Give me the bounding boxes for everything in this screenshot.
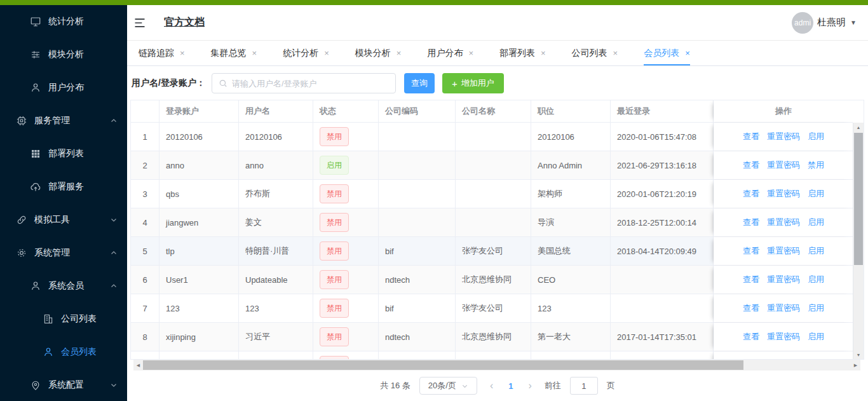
action-link-查看[interactable]: 查看 bbox=[743, 131, 759, 142]
cell-text: tlp bbox=[166, 247, 175, 256]
sidebar-item-服务管理[interactable]: 服务管理 bbox=[0, 104, 127, 137]
table-row: 3qbs乔布斯禁用架构师2020-01-06T21:20:19查看重置密码启用 bbox=[131, 180, 853, 208]
close-icon[interactable]: × bbox=[468, 48, 473, 58]
main-area: 官方文档 admi 杜燕明 ▼ 链路追踪×集群总览×统计分析×模块分析×用户分布… bbox=[127, 5, 868, 401]
official-docs-link[interactable]: 官方文档 bbox=[164, 16, 205, 29]
cell-text: 2021-06-29T13:16:18 bbox=[617, 161, 696, 170]
grid-icon bbox=[30, 148, 41, 160]
sidebar-item-模拟工具[interactable]: 模拟工具 bbox=[0, 203, 127, 236]
action-link-查看[interactable]: 查看 bbox=[743, 160, 759, 171]
add-user-button[interactable]: + 增加用户 bbox=[442, 73, 504, 93]
status-badge: 禁用 bbox=[320, 127, 349, 146]
action-link-查看[interactable]: 查看 bbox=[743, 217, 759, 228]
action-link-禁用[interactable]: 禁用 bbox=[808, 160, 824, 171]
collapse-menu-icon[interactable] bbox=[133, 17, 146, 29]
action-link-启用[interactable]: 启用 bbox=[808, 331, 824, 343]
close-icon[interactable]: × bbox=[397, 48, 402, 58]
tab-集群总览[interactable]: 集群总览× bbox=[211, 41, 257, 65]
user-menu[interactable]: admi 杜燕明 ▼ bbox=[792, 12, 857, 34]
sidebar-item-统计分析[interactable]: 统计分析 bbox=[0, 5, 127, 38]
sidebar-item-公司列表[interactable]: 公司列表 bbox=[0, 302, 127, 336]
sidebar-item-系统会员[interactable]: 系统会员 bbox=[0, 269, 127, 302]
search-input[interactable] bbox=[232, 79, 395, 88]
action-link-重置密码[interactable]: 重置密码 bbox=[767, 274, 800, 285]
tab-label: 公司列表 bbox=[572, 48, 607, 59]
cell-company_code: ndtech bbox=[379, 323, 456, 351]
cell-company_code bbox=[379, 123, 456, 151]
action-link-重置密码[interactable]: 重置密码 bbox=[767, 160, 800, 171]
goto-page-input[interactable] bbox=[570, 377, 598, 395]
action-link-启用[interactable]: 启用 bbox=[808, 302, 824, 314]
close-icon[interactable]: × bbox=[613, 48, 618, 58]
avatar[interactable]: admi bbox=[792, 12, 813, 34]
cell-username: 姜文 bbox=[239, 208, 313, 236]
action-link-重置密码[interactable]: 重置密码 bbox=[767, 245, 800, 257]
current-page[interactable]: 1 bbox=[506, 381, 515, 391]
goto-label: 前往 bbox=[545, 380, 561, 391]
next-page-button[interactable]: › bbox=[524, 380, 535, 391]
prev-page-button[interactable]: ‹ bbox=[486, 380, 497, 391]
link-icon bbox=[16, 214, 27, 226]
sidebar-item-label: 服务管理 bbox=[34, 115, 70, 126]
tab-链路追踪[interactable]: 链路追踪× bbox=[139, 41, 185, 65]
action-link-重置密码[interactable]: 重置密码 bbox=[767, 131, 800, 142]
tab-会员列表[interactable]: 会员列表× bbox=[644, 41, 690, 65]
scroll-left-icon[interactable]: ◀ bbox=[133, 360, 143, 370]
action-link-启用[interactable]: 启用 bbox=[808, 188, 824, 200]
action-link-启用[interactable]: 启用 bbox=[808, 217, 824, 228]
vertical-scrollbar[interactable]: ▲ ▼ bbox=[853, 123, 864, 359]
vertical-scroll-thumb[interactable] bbox=[854, 133, 863, 265]
page-size-select[interactable]: 20条/页 bbox=[419, 377, 477, 395]
tab-公司列表[interactable]: 公司列表× bbox=[572, 41, 618, 65]
tab-label: 统计分析 bbox=[283, 48, 318, 59]
column-header: 最近登录 bbox=[611, 100, 714, 122]
cell-username: 习近平 bbox=[239, 323, 313, 351]
action-link-重置密码[interactable]: 重置密码 bbox=[767, 331, 800, 343]
action-link-启用[interactable]: 启用 bbox=[808, 131, 824, 142]
cell-text: 20120106 bbox=[245, 132, 282, 142]
sidebar-item-系统管理[interactable]: 系统管理 bbox=[0, 236, 127, 269]
action-link-重置密码[interactable]: 重置密码 bbox=[767, 217, 800, 228]
table-row: 7123123禁用bif张学友公司123查看重置密码启用 bbox=[131, 294, 853, 323]
cell-text: 第一老大 bbox=[538, 331, 571, 343]
action-link-查看[interactable]: 查看 bbox=[743, 302, 759, 314]
close-icon[interactable]: × bbox=[180, 48, 185, 58]
action-link-启用[interactable]: 启用 bbox=[808, 274, 824, 285]
action-link-启用[interactable]: 启用 bbox=[808, 245, 824, 257]
action-link-查看[interactable]: 查看 bbox=[743, 245, 759, 257]
sidebar-item-用户分布[interactable]: 用户分布 bbox=[0, 71, 127, 104]
sidebar-item-部署服务[interactable]: 部署服务 bbox=[0, 170, 127, 203]
cell-account: xijinping bbox=[159, 323, 239, 351]
horizontal-scrollbar[interactable]: ◀ ▶ bbox=[133, 360, 860, 370]
action-link-重置密码[interactable]: 重置密码 bbox=[767, 302, 800, 314]
sidebar-item-部署列表[interactable]: 部署列表 bbox=[0, 137, 127, 170]
tab-部署列表[interactable]: 部署列表× bbox=[499, 41, 546, 65]
filter-label: 用户名/登录账户： bbox=[132, 78, 205, 89]
tab-用户分布[interactable]: 用户分布× bbox=[427, 41, 473, 65]
cell-actions: 查看重置密码启用 bbox=[714, 323, 853, 351]
scroll-up-icon[interactable]: ▲ bbox=[853, 123, 864, 132]
cell-account: anno bbox=[159, 151, 239, 179]
sidebar-item-会员列表[interactable]: 会员列表 bbox=[0, 336, 127, 369]
close-icon[interactable]: × bbox=[252, 48, 257, 58]
tab-统计分析[interactable]: 统计分析× bbox=[283, 41, 329, 65]
top-brand-bar bbox=[0, 0, 868, 5]
sidebar-item-模块分析[interactable]: 模块分析 bbox=[0, 38, 127, 71]
close-icon[interactable]: × bbox=[541, 48, 546, 58]
horizontal-scroll-thumb[interactable] bbox=[143, 360, 743, 370]
close-icon[interactable]: × bbox=[324, 48, 329, 58]
cell-text: 7 bbox=[142, 304, 147, 313]
action-link-查看[interactable]: 查看 bbox=[743, 274, 759, 285]
cell-text: ndtech bbox=[385, 275, 410, 285]
sidebar-item-系统配置[interactable]: 系统配置 bbox=[0, 369, 127, 401]
action-link-查看[interactable]: 查看 bbox=[743, 331, 759, 343]
scroll-right-icon[interactable]: ▶ bbox=[851, 360, 860, 370]
close-icon[interactable]: × bbox=[685, 48, 690, 58]
query-button[interactable]: 查询 bbox=[404, 73, 435, 93]
cell-username bbox=[239, 351, 313, 360]
tab-模块分析[interactable]: 模块分析× bbox=[355, 41, 402, 65]
action-link-查看[interactable]: 查看 bbox=[743, 188, 759, 200]
tab-label: 模块分析 bbox=[355, 48, 391, 59]
action-link-重置密码[interactable]: 重置密码 bbox=[767, 188, 800, 200]
scroll-down-icon[interactable]: ▼ bbox=[853, 350, 864, 359]
